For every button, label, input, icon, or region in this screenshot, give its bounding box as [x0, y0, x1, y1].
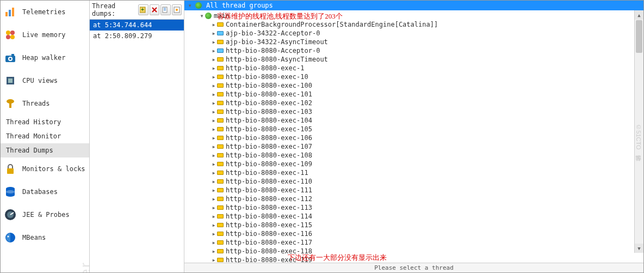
- thread-name: ContainerBackgroundProcessor[StandardEng…: [226, 21, 438, 28]
- expand-icon[interactable]: ▸: [210, 221, 217, 229]
- delete-dump-button[interactable]: [150, 4, 159, 15]
- thread-row[interactable]: ▸http-bio-8080-exec-101: [184, 90, 643, 99]
- sidebar-item-lock[interactable]: Monitors & locks: [1, 157, 89, 180]
- sidebar-item-telemetries[interactable]: Telemetries: [1, 1, 89, 23]
- sidebar-item-cpu[interactable]: CPU views: [1, 69, 89, 92]
- lock-icon: [4, 162, 17, 175]
- thread-name: ajp-bio-34322-AsyncTimeout: [226, 38, 328, 46]
- dump-list[interactable]: at 5:34.744.644at 2:50.809.279: [90, 20, 184, 272]
- thread-row[interactable]: ▸http-bio-8080-exec-10: [184, 72, 643, 81]
- thread-row[interactable]: ▸http-bio-8080-exec-110: [184, 177, 643, 186]
- expand-icon[interactable]: ▸: [210, 21, 217, 28]
- thread-state-icon: [217, 22, 224, 27]
- sidebar-subitem[interactable]: Thread Monitor: [1, 129, 89, 143]
- sidebar-item-threads[interactable]: Threads: [1, 92, 89, 115]
- expand-icon[interactable]: ▸: [210, 108, 217, 116]
- dump-item[interactable]: at 5:34.744.644: [90, 20, 184, 31]
- sidebar-subitem[interactable]: Thread History: [1, 115, 89, 129]
- svg-rect-2: [12, 8, 14, 16]
- sidebar-item-probe[interactable]: JEE & Probes: [1, 203, 89, 226]
- vertical-scrollbar[interactable]: ▲ ▼: [634, 10, 643, 253]
- expand-icon[interactable]: ▸: [210, 160, 217, 168]
- expand-icon[interactable]: ▸: [210, 99, 217, 107]
- thread-row[interactable]: ▸ajp-bio-34322-AsyncTimeout: [184, 38, 643, 46]
- thread-row[interactable]: ▸http-bio-8080-exec-102: [184, 99, 643, 107]
- settings-dump-button[interactable]: [172, 4, 182, 15]
- expand-icon[interactable]: ▸: [210, 90, 217, 98]
- expand-icon[interactable]: ▸: [210, 143, 217, 150]
- scroll-thumb[interactable]: [636, 20, 642, 53]
- expand-icon[interactable]: ▸: [210, 186, 217, 194]
- expand-icon[interactable]: ▸: [210, 38, 217, 46]
- thread-row[interactable]: ▸http-bio-8080-exec-1: [184, 64, 643, 72]
- thread-row[interactable]: ▸http-bio-8080-exec-107: [184, 142, 643, 151]
- thread-row[interactable]: ▸http-bio-8080-exec-109: [184, 160, 643, 168]
- svg-point-9: [9, 58, 11, 60]
- thread-row[interactable]: ▸http-bio-8080-exec-113: [184, 203, 643, 212]
- thread-row[interactable]: ▸http-bio-8080-exec-100: [184, 81, 643, 90]
- expand-icon[interactable]: ▸: [210, 29, 217, 37]
- collapse-icon[interactable]: ▾: [199, 12, 205, 20]
- dump-toolbar-label: Thread dumps:: [92, 2, 134, 17]
- thread-row[interactable]: ▸http-bio-8080-exec-11: [184, 168, 643, 177]
- sidebar-item-memory[interactable]: Live memory: [1, 23, 89, 46]
- expand-icon[interactable]: ▸: [210, 47, 217, 54]
- collapse-icon[interactable]: ▾: [187, 2, 193, 9]
- thread-row[interactable]: ▸ContainerBackgroundProcessor[StandardEn…: [184, 20, 643, 29]
- sidebar-subitem[interactable]: Thread Dumps: [1, 143, 89, 157]
- sidebar-item-camera[interactable]: Heap walker: [1, 46, 89, 69]
- thread-name: http-bio-8080-exec-111: [226, 186, 312, 194]
- thread-row[interactable]: ▸http-bio-8080-exec-117: [184, 238, 643, 247]
- thread-row[interactable]: ▸http-bio-8080-exec-104: [184, 116, 643, 125]
- expand-icon[interactable]: ▸: [210, 169, 217, 177]
- thread-row[interactable]: ▸http-bio-8080-AsyncTimeout: [184, 55, 643, 64]
- thread-row[interactable]: ▸http-bio-8080-exec-111: [184, 186, 643, 195]
- thread-row[interactable]: ▸http-bio-8080-exec-116: [184, 229, 643, 238]
- thread-state-icon: [217, 57, 224, 62]
- thread-row[interactable]: ▸http-bio-8080-exec-105: [184, 125, 643, 134]
- expand-icon[interactable]: ▸: [210, 82, 217, 89]
- thread-row[interactable]: ▸http-bio-8080-exec-118: [184, 247, 643, 256]
- sidebar-item-bean[interactable]: MBeans: [1, 226, 89, 249]
- sidebar-item-db[interactable]: Databases: [1, 180, 89, 203]
- expand-icon[interactable]: ▸: [210, 230, 217, 238]
- expand-icon[interactable]: ▸: [210, 64, 217, 72]
- thread-row[interactable]: ▸http-bio-8080-exec-115: [184, 221, 643, 229]
- svg-point-6: [10, 35, 15, 39]
- thread-name: http-bio-8080-exec-108: [226, 151, 312, 159]
- expand-icon[interactable]: ▸: [210, 256, 217, 263]
- expand-icon[interactable]: ▸: [210, 239, 217, 246]
- add-dump-button[interactable]: +: [138, 4, 148, 15]
- thread-row[interactable]: ▸http-bio-8080-exec-114: [184, 212, 643, 221]
- scroll-down-button[interactable]: ▼: [635, 244, 643, 253]
- dump-item[interactable]: at 2:50.809.279: [90, 31, 184, 41]
- expand-icon[interactable]: ▸: [210, 195, 217, 203]
- scroll-up-button[interactable]: ▲: [635, 10, 643, 20]
- expand-icon[interactable]: ▸: [210, 247, 217, 255]
- expand-icon[interactable]: ▸: [210, 204, 217, 211]
- expand-icon[interactable]: ▸: [210, 151, 217, 159]
- thread-row[interactable]: ▸http-bio-8080-exec-119: [184, 256, 643, 263]
- tree-header[interactable]: ▾ All thread groups: [184, 1, 643, 10]
- thread-row[interactable]: ▸http-bio-8080-exec-108: [184, 151, 643, 160]
- sidebar: TelemetriesLive memoryHeap walkerCPU vie…: [1, 1, 90, 272]
- thread-row[interactable]: ▸http-bio-8080-exec-106: [184, 134, 643, 142]
- thread-name: http-bio-8080-exec-116: [226, 230, 312, 238]
- thread-row[interactable]: ▸http-bio-8080-exec-112: [184, 195, 643, 203]
- expand-icon[interactable]: ▸: [210, 213, 217, 220]
- expand-icon[interactable]: ▸: [210, 178, 217, 185]
- expand-icon[interactable]: ▸: [210, 125, 217, 133]
- thread-state-icon: [217, 162, 224, 166]
- expand-icon[interactable]: ▸: [210, 73, 217, 81]
- expand-icon[interactable]: ▸: [210, 134, 217, 142]
- svg-rect-1: [9, 10, 11, 16]
- thread-name: http-bio-8080-exec-103: [226, 108, 312, 116]
- thread-row[interactable]: ▸http-bio-8080-Acceptor-0: [184, 46, 643, 55]
- expand-icon[interactable]: ▸: [210, 117, 217, 124]
- expand-icon[interactable]: ▸: [210, 56, 217, 63]
- thread-state-icon: [217, 31, 224, 35]
- copy-dump-button[interactable]: [160, 4, 170, 15]
- thread-row[interactable]: ▸http-bio-8080-exec-103: [184, 107, 643, 116]
- thread-row[interactable]: ▸ajp-bio-34322-Acceptor-0: [184, 29, 643, 38]
- thread-tree[interactable]: 容器维护的线程池,线程数量达到了203个 ▾ main ▸ContainerBa…: [184, 10, 643, 263]
